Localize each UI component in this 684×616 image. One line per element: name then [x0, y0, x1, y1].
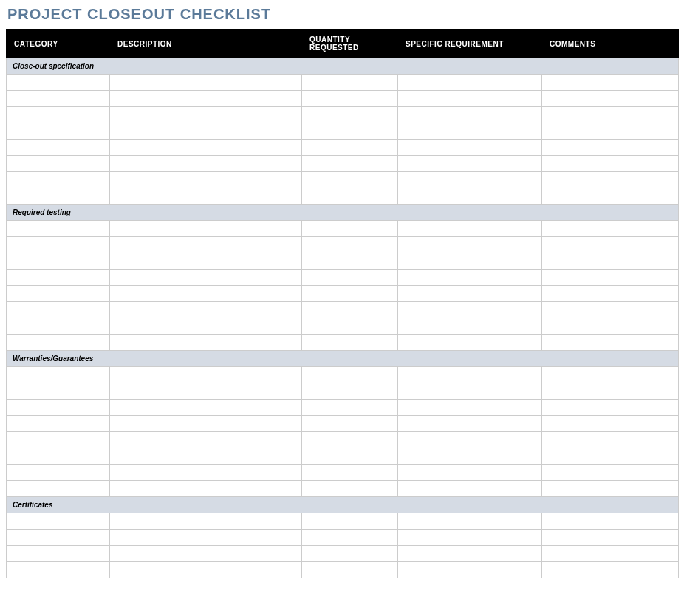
table-cell[interactable] — [542, 156, 679, 172]
table-cell[interactable] — [398, 188, 542, 205]
table-cell[interactable] — [398, 481, 542, 497]
table-cell[interactable] — [302, 546, 398, 562]
table-cell[interactable] — [542, 465, 679, 481]
table-cell[interactable] — [542, 335, 679, 351]
table-cell[interactable] — [398, 530, 542, 546]
table-cell[interactable] — [398, 123, 542, 140]
table-cell[interactable] — [398, 253, 542, 270]
table-cell[interactable] — [542, 546, 679, 562]
table-cell[interactable] — [542, 286, 679, 302]
table-cell[interactable] — [542, 367, 679, 383]
table-cell[interactable] — [398, 286, 542, 302]
table-cell[interactable] — [542, 140, 679, 156]
table-cell[interactable] — [110, 448, 302, 465]
table-cell[interactable] — [398, 400, 542, 416]
table-cell[interactable] — [542, 91, 679, 107]
table-cell[interactable] — [110, 367, 302, 383]
table-cell[interactable] — [302, 75, 398, 91]
table-cell[interactable] — [7, 481, 110, 497]
table-cell[interactable] — [7, 286, 110, 302]
table-cell[interactable] — [110, 465, 302, 481]
table-cell[interactable] — [7, 335, 110, 351]
table-cell[interactable] — [302, 123, 398, 140]
table-cell[interactable] — [302, 107, 398, 123]
table-cell[interactable] — [302, 172, 398, 188]
table-cell[interactable] — [398, 172, 542, 188]
table-cell[interactable] — [110, 253, 302, 270]
table-cell[interactable] — [542, 75, 679, 91]
table-cell[interactable] — [7, 123, 110, 140]
table-cell[interactable] — [110, 172, 302, 188]
table-cell[interactable] — [7, 318, 110, 335]
table-cell[interactable] — [542, 481, 679, 497]
table-cell[interactable] — [110, 221, 302, 237]
table-cell[interactable] — [542, 188, 679, 205]
table-cell[interactable] — [398, 513, 542, 530]
table-cell[interactable] — [302, 367, 398, 383]
table-cell[interactable] — [542, 448, 679, 465]
table-cell[interactable] — [542, 318, 679, 335]
table-cell[interactable] — [110, 530, 302, 546]
table-cell[interactable] — [7, 221, 110, 237]
table-cell[interactable] — [302, 302, 398, 318]
table-cell[interactable] — [542, 513, 679, 530]
table-cell[interactable] — [398, 221, 542, 237]
table-cell[interactable] — [7, 383, 110, 400]
table-cell[interactable] — [7, 156, 110, 172]
table-cell[interactable] — [398, 156, 542, 172]
table-cell[interactable] — [398, 318, 542, 335]
table-cell[interactable] — [302, 335, 398, 351]
table-cell[interactable] — [398, 465, 542, 481]
table-cell[interactable] — [302, 432, 398, 448]
table-cell[interactable] — [542, 172, 679, 188]
table-cell[interactable] — [398, 91, 542, 107]
table-cell[interactable] — [7, 75, 110, 91]
table-cell[interactable] — [398, 416, 542, 432]
table-cell[interactable] — [398, 335, 542, 351]
table-cell[interactable] — [398, 75, 542, 91]
table-cell[interactable] — [110, 318, 302, 335]
table-cell[interactable] — [110, 123, 302, 140]
table-cell[interactable] — [110, 562, 302, 578]
table-cell[interactable] — [7, 270, 110, 286]
table-cell[interactable] — [398, 367, 542, 383]
table-cell[interactable] — [7, 172, 110, 188]
table-cell[interactable] — [302, 221, 398, 237]
table-cell[interactable] — [302, 286, 398, 302]
table-cell[interactable] — [7, 302, 110, 318]
table-cell[interactable] — [110, 302, 302, 318]
table-cell[interactable] — [110, 286, 302, 302]
table-cell[interactable] — [542, 270, 679, 286]
table-cell[interactable] — [110, 416, 302, 432]
table-cell[interactable] — [110, 513, 302, 530]
table-cell[interactable] — [110, 383, 302, 400]
table-cell[interactable] — [110, 335, 302, 351]
table-cell[interactable] — [302, 481, 398, 497]
table-cell[interactable] — [302, 318, 398, 335]
table-cell[interactable] — [542, 416, 679, 432]
table-cell[interactable] — [7, 367, 110, 383]
table-cell[interactable] — [302, 270, 398, 286]
table-cell[interactable] — [542, 107, 679, 123]
table-cell[interactable] — [7, 513, 110, 530]
table-cell[interactable] — [302, 383, 398, 400]
table-cell[interactable] — [7, 188, 110, 205]
table-cell[interactable] — [110, 75, 302, 91]
table-cell[interactable] — [302, 448, 398, 465]
table-cell[interactable] — [302, 188, 398, 205]
table-cell[interactable] — [110, 481, 302, 497]
table-cell[interactable] — [7, 530, 110, 546]
table-cell[interactable] — [302, 253, 398, 270]
table-cell[interactable] — [302, 416, 398, 432]
table-cell[interactable] — [542, 253, 679, 270]
table-cell[interactable] — [398, 546, 542, 562]
table-cell[interactable] — [398, 448, 542, 465]
table-cell[interactable] — [302, 465, 398, 481]
table-cell[interactable] — [302, 562, 398, 578]
table-cell[interactable] — [110, 156, 302, 172]
table-cell[interactable] — [110, 237, 302, 253]
table-cell[interactable] — [110, 270, 302, 286]
table-cell[interactable] — [110, 107, 302, 123]
table-cell[interactable] — [110, 188, 302, 205]
table-cell[interactable] — [110, 546, 302, 562]
